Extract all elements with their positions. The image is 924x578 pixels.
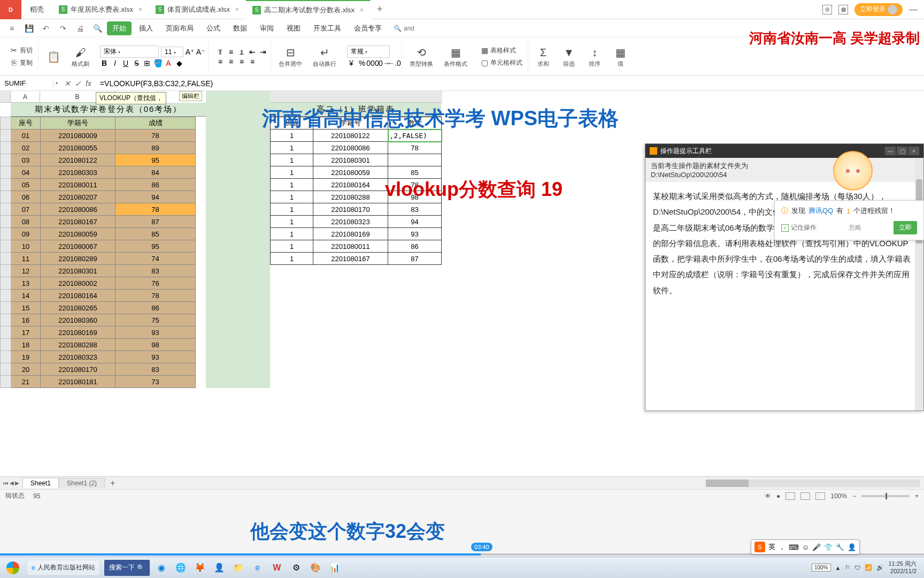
align-top-icon[interactable]: ⫪ bbox=[216, 48, 225, 56]
eye-icon[interactable]: 👁 bbox=[765, 492, 771, 500]
tab-file-3[interactable]: S 高二期末考试数学分数表.xlsx × bbox=[246, 0, 371, 19]
menu-vip[interactable]: 会员专享 bbox=[349, 21, 387, 35]
sheet-nav-next-icon[interactable]: ▶ bbox=[15, 480, 19, 486]
wrap-button[interactable]: ↵自动换行 bbox=[310, 45, 340, 68]
ignore-button[interactable]: 忽略 bbox=[849, 223, 861, 232]
ime-user-icon[interactable]: 👤 bbox=[848, 543, 856, 551]
table-style-button[interactable]: ▦表格样式 bbox=[478, 45, 525, 56]
taskbar-ie[interactable]: e人民教育出版社网站 bbox=[27, 560, 100, 576]
menu-search[interactable]: 🔍 bbox=[394, 25, 436, 32]
menu-dev[interactable]: 开发工具 bbox=[308, 21, 346, 35]
currency-icon[interactable]: ¥ bbox=[347, 59, 356, 67]
action-button[interactable]: 立即 bbox=[894, 221, 917, 234]
ime-punct-icon[interactable]: ， bbox=[779, 542, 786, 552]
indent-left-icon[interactable]: ⇤ bbox=[248, 48, 257, 56]
menu-review[interactable]: 审阅 bbox=[255, 21, 279, 35]
tab-file-2[interactable]: S 体育测试成绩表.xlsx × bbox=[149, 0, 246, 19]
fill-button[interactable]: ▦填 bbox=[610, 45, 631, 68]
view-break-icon[interactable] bbox=[815, 492, 825, 500]
taskbar-firefox[interactable]: 🦊 bbox=[192, 560, 207, 575]
app-logo[interactable]: D bbox=[0, 0, 21, 19]
tray-up-icon[interactable]: ▲ bbox=[835, 565, 841, 571]
taskbar-settings[interactable]: ⚙ bbox=[289, 560, 304, 575]
ime-keyboard-icon[interactable]: ⌨ bbox=[789, 543, 799, 551]
sheet-tab-1[interactable]: Sheet1 bbox=[22, 478, 59, 488]
highlight-icon[interactable]: ◆ bbox=[175, 59, 183, 67]
fill-color-icon[interactable]: 🪣 bbox=[153, 59, 162, 67]
menu-layout[interactable]: 页面布局 bbox=[160, 21, 199, 35]
menu-formula[interactable]: 公式 bbox=[201, 21, 226, 35]
taskbar-clock[interactable]: 11:25 周六 2022/11/2 bbox=[888, 560, 917, 574]
percent-icon[interactable]: % bbox=[358, 59, 366, 67]
undo-icon[interactable]: ↶ bbox=[38, 21, 53, 36]
font-color-icon[interactable]: A bbox=[164, 59, 173, 67]
cell-style-button[interactable]: ▢单元格样式 bbox=[478, 57, 525, 69]
cut-button[interactable]: ✂剪切 bbox=[7, 45, 35, 56]
painter-button[interactable]: 🖌格式刷 bbox=[68, 45, 93, 68]
grid-icon[interactable]: ⊞ bbox=[822, 5, 832, 14]
ime-toolbar[interactable]: S 英 ， ⌨ ☺ 🎤 👕 🔧 👤 bbox=[751, 539, 860, 554]
dec-dec-icon[interactable]: ←.0 bbox=[390, 59, 398, 67]
view-layout-icon[interactable] bbox=[800, 492, 810, 500]
zoom-out-icon[interactable]: − bbox=[852, 492, 856, 500]
align-right-icon[interactable]: ≡ bbox=[237, 57, 246, 66]
menu-view[interactable]: 视图 bbox=[281, 21, 306, 35]
indent-right-icon[interactable]: ⇥ bbox=[259, 48, 267, 56]
search-input[interactable] bbox=[404, 25, 436, 32]
align-justify-icon[interactable]: ≡ bbox=[248, 57, 257, 66]
col-header-a[interactable]: A bbox=[11, 91, 40, 103]
print-icon[interactable]: 🖨 bbox=[73, 21, 88, 36]
bold-icon[interactable]: B bbox=[100, 59, 109, 67]
tab-file-1[interactable]: S 年度居民水费表.xlsx × bbox=[52, 0, 149, 19]
add-tab-button[interactable]: + bbox=[371, 4, 389, 15]
dec-inc-icon[interactable]: .0→ bbox=[379, 59, 388, 67]
font-grow-icon[interactable]: A⁺ bbox=[186, 48, 194, 56]
preview-icon[interactable]: 🔍 bbox=[90, 21, 105, 36]
copy-button[interactable]: ⎘复制 bbox=[7, 57, 35, 69]
assistant-avatar[interactable] bbox=[833, 151, 873, 191]
strike-icon[interactable]: S̶ bbox=[132, 59, 141, 67]
formula-input[interactable]: =VLOOKUP(F3,B3:C32,2,FALSE) VLOOKUP（查找值，… bbox=[96, 79, 924, 88]
taskbar-app1[interactable]: 👤 bbox=[212, 560, 227, 575]
sort-button[interactable]: ↕排序 bbox=[584, 45, 605, 68]
underline-icon[interactable]: U bbox=[121, 59, 130, 67]
taskbar-app2[interactable]: 🎨 bbox=[308, 560, 323, 575]
ime-emoji-icon[interactable]: ☺ bbox=[802, 543, 809, 551]
sheet-nav-first-icon[interactable]: ⏮ bbox=[3, 480, 9, 486]
confirm-formula-icon[interactable]: ✓ bbox=[75, 79, 81, 88]
taskbar-chrome[interactable]: 🌐 bbox=[173, 560, 188, 575]
size-selector[interactable]: 11 ▾ bbox=[161, 47, 183, 57]
taskbar-ie2[interactable]: e bbox=[250, 560, 265, 575]
tray-volume-icon[interactable]: 🔊 bbox=[876, 564, 884, 571]
helper-titlebar[interactable]: 操作题提示工具栏 — ▢ × bbox=[645, 144, 923, 158]
menu-start[interactable]: 开始 bbox=[107, 21, 132, 35]
maximize-icon[interactable]: ▢ bbox=[897, 147, 907, 155]
bulb-icon[interactable]: ● bbox=[776, 492, 780, 500]
merge-button[interactable]: ⊟合并居中 bbox=[275, 45, 305, 68]
menu-insert[interactable]: 插入 bbox=[134, 21, 158, 35]
tray-flag-icon[interactable]: ⚐ bbox=[845, 564, 850, 571]
start-button[interactable] bbox=[3, 560, 22, 576]
tray-network-icon[interactable]: 📶 bbox=[865, 564, 872, 571]
view-normal-icon[interactable] bbox=[786, 492, 795, 500]
comma-icon[interactable]: 000 bbox=[368, 59, 377, 67]
menu-data[interactable]: 数据 bbox=[228, 21, 252, 35]
menu-icon[interactable]: ≡ bbox=[4, 21, 19, 36]
horizontal-scrollbar[interactable] bbox=[706, 480, 920, 487]
login-button[interactable]: 立即登录 bbox=[854, 3, 903, 16]
align-bot-icon[interactable]: ⫫ bbox=[237, 48, 246, 56]
taskbar-wps[interactable]: W bbox=[270, 560, 284, 575]
align-left-icon[interactable]: ≡ bbox=[216, 57, 225, 66]
cond-format-button[interactable]: ▦条件格式 bbox=[441, 45, 471, 68]
minimize-icon[interactable]: — bbox=[909, 5, 918, 14]
zoom-indicator[interactable]: 100% bbox=[812, 564, 831, 572]
italic-icon[interactable]: I bbox=[111, 59, 119, 67]
ime-skin-icon[interactable]: 👕 bbox=[824, 543, 833, 551]
save-icon[interactable]: 💾 bbox=[21, 21, 36, 36]
paste-button[interactable]: 📋 bbox=[43, 49, 64, 64]
close-icon[interactable]: × bbox=[360, 6, 364, 14]
taskbar-explorer[interactable]: 📁 bbox=[231, 560, 246, 575]
sheet-tab-2[interactable]: Sheet1 (2) bbox=[59, 478, 105, 488]
cancel-formula-icon[interactable]: ✕ bbox=[64, 79, 71, 88]
remember-checkbox[interactable]: ✓ 记住操作 bbox=[781, 223, 817, 232]
